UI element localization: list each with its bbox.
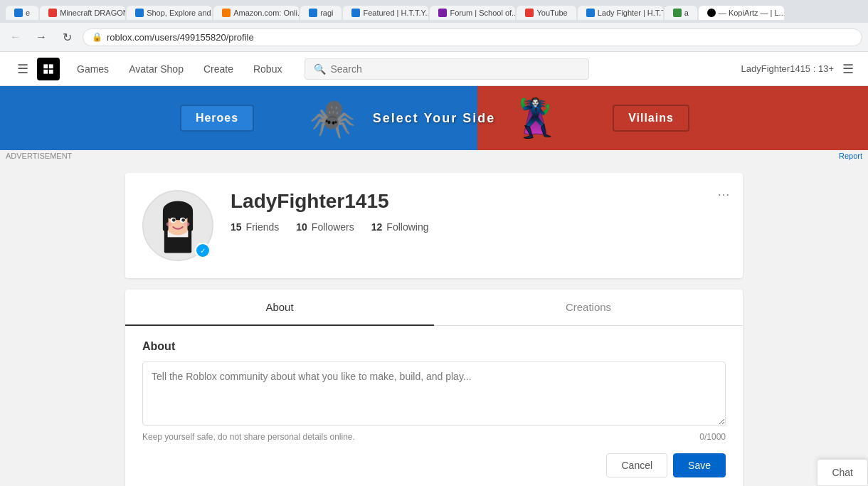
svg-rect-9 [163, 211, 169, 231]
followers-count: 10 [296, 221, 307, 233]
tab-label-9: Lady Fighter | H.T.T... [598, 9, 663, 17]
search-icon: 🔍 [314, 63, 326, 75]
browser-tab-1[interactable]: e [6, 6, 38, 20]
reload-button[interactable]: ↻ [57, 27, 77, 47]
safety-text: Keep yourself safe, do not share persona… [142, 432, 355, 442]
ad-report-link[interactable]: Report [839, 152, 862, 160]
tab-label-11: — KopiArtz — | L... [719, 9, 784, 17]
tabs-container: About Creations [125, 290, 743, 326]
about-section: About Keep yourself safe, do not share p… [125, 326, 743, 486]
svg-rect-2 [43, 69, 48, 73]
nav-right: LadyFighter1415 : 13+ ☰ [741, 58, 857, 80]
browser-tab-5[interactable]: ragi [300, 6, 342, 20]
chat-button-container: Chat [817, 459, 868, 486]
avatar-container: ✓ [142, 190, 213, 261]
browser-tab-9[interactable]: Lady Fighter | H.T.T... [578, 6, 663, 20]
svg-rect-0 [43, 64, 48, 68]
hamburger-button[interactable]: ☰ [11, 58, 34, 80]
browser-tab-6[interactable]: Featured | H.T.T.Y... [343, 6, 428, 20]
ad-heroes-side: Heroes 🕷️ [0, 86, 434, 150]
tab-label-6: Featured | H.T.T.Y... [363, 9, 428, 17]
about-meta: Keep yourself safe, do not share persona… [142, 432, 726, 442]
tab-label-5: ragi [320, 9, 333, 17]
browser-tab-11[interactable]: — KopiArtz — | L... [699, 6, 784, 20]
roblox-logo [37, 58, 60, 80]
followers-stat: 10 Followers [296, 221, 354, 233]
nav-menu-button[interactable]: ☰ [840, 58, 857, 80]
ad-villain-figure: 🦹 [512, 97, 559, 140]
browser-toolbar: ← → ↻ 🔒 roblox.com/users/499155820/profi… [0, 23, 868, 51]
browser-tab-4[interactable]: Amazon.com: Onli... [213, 6, 299, 20]
search-bar[interactable]: 🔍 [305, 58, 589, 80]
more-options-button[interactable]: … [717, 184, 731, 199]
tab-favicon-8 [525, 9, 534, 17]
svg-rect-15 [170, 216, 176, 218]
friends-stat: 15 Friends [231, 221, 279, 233]
svg-rect-10 [187, 211, 193, 231]
following-count: 12 [371, 221, 383, 233]
svg-rect-16 [179, 216, 186, 218]
profile-card: ✓ LadyFighter1415 15 Friends 10 Follower… [125, 173, 743, 278]
browser-tab-7[interactable]: Forum | School of... [430, 6, 515, 20]
roblox-navbar: ☰ Games Avatar Shop Create Robux 🔍 LadyF… [0, 52, 868, 86]
tab-label-10: a [684, 9, 689, 17]
svg-point-14 [181, 218, 185, 222]
browser-tab-2[interactable]: Minecraft DRAGON... [40, 6, 125, 20]
tab-label-4: Amazon.com: Onli... [233, 9, 299, 17]
main-content: ✓ LadyFighter1415 15 Friends 10 Follower… [114, 162, 754, 486]
search-input[interactable] [330, 63, 580, 75]
online-icon: ✓ [200, 247, 206, 255]
tab-favicon-9 [586, 9, 595, 17]
url-text: roblox.com/users/499155820/profile [107, 32, 853, 43]
following-stat: 12 Following [371, 221, 429, 233]
ad-villains-side: 🦹 Villains [434, 86, 868, 150]
svg-rect-3 [49, 69, 53, 73]
tab-favicon-3 [135, 9, 144, 17]
tab-label-2: Minecraft DRAGON... [60, 9, 125, 17]
browser-tabs: e Minecraft DRAGON... Shop, Explore and.… [0, 0, 868, 23]
svg-point-17 [166, 222, 172, 226]
lock-icon: 🔒 [92, 32, 102, 42]
tab-label-3: Shop, Explore and... [147, 9, 212, 17]
about-actions: Cancel Save [142, 453, 726, 477]
nav-games[interactable]: Games [68, 58, 117, 80]
profile-stats: 15 Friends 10 Followers 12 Following [231, 221, 726, 233]
nav-robux[interactable]: Robux [245, 58, 290, 80]
tab-about[interactable]: About [125, 290, 434, 326]
ad-villains-button[interactable]: Villains [613, 105, 689, 132]
nav-links: Games Avatar Shop Create Robux [68, 58, 290, 80]
tab-favicon-11 [707, 9, 716, 17]
tab-favicon-4 [222, 9, 231, 17]
tab-label-1: e [26, 9, 30, 17]
online-badge: ✓ [195, 243, 211, 258]
tab-creations[interactable]: Creations [434, 290, 743, 326]
cancel-button[interactable]: Cancel [606, 453, 667, 477]
tab-favicon-7 [438, 9, 447, 17]
back-button[interactable]: ← [6, 27, 26, 47]
browser-tab-8[interactable]: YouTube [517, 6, 576, 20]
char-count: 0/1000 [699, 432, 726, 442]
browser-tab-10[interactable]: a [665, 6, 697, 20]
ad-banner: Heroes 🕷️ Select Your Side 🦹 Villains [0, 86, 868, 150]
tab-favicon-10 [673, 9, 682, 17]
svg-point-18 [184, 222, 190, 226]
browser-chrome: e Minecraft DRAGON... Shop, Explore and.… [0, 0, 868, 52]
nav-avatar-shop[interactable]: Avatar Shop [120, 58, 192, 80]
save-button[interactable]: Save [673, 453, 726, 477]
url-bar[interactable]: 🔒 roblox.com/users/499155820/profile [83, 28, 862, 46]
ad-heroes-button[interactable]: Heroes [180, 105, 254, 132]
nav-username: LadyFighter1415 : 13+ [741, 63, 834, 74]
profile-info: LadyFighter1415 15 Friends 10 Followers … [231, 190, 726, 233]
about-textarea[interactable] [142, 361, 726, 426]
nav-create[interactable]: Create [195, 58, 242, 80]
browser-tab-3[interactable]: Shop, Explore and... [127, 6, 212, 20]
tab-label-8: YouTube [536, 9, 567, 17]
tab-label-7: Forum | School of... [450, 9, 515, 17]
ad-meta: ADVERTISEMENT Report [0, 150, 868, 162]
forward-button[interactable]: → [31, 27, 51, 47]
ad-banner-container: Heroes 🕷️ Select Your Side 🦹 Villains AD… [0, 86, 868, 162]
tab-favicon-2 [48, 9, 57, 17]
ad-spiderman-figure: 🕷️ [309, 97, 356, 140]
about-heading: About [142, 340, 726, 353]
chat-button[interactable]: Chat [817, 459, 868, 486]
